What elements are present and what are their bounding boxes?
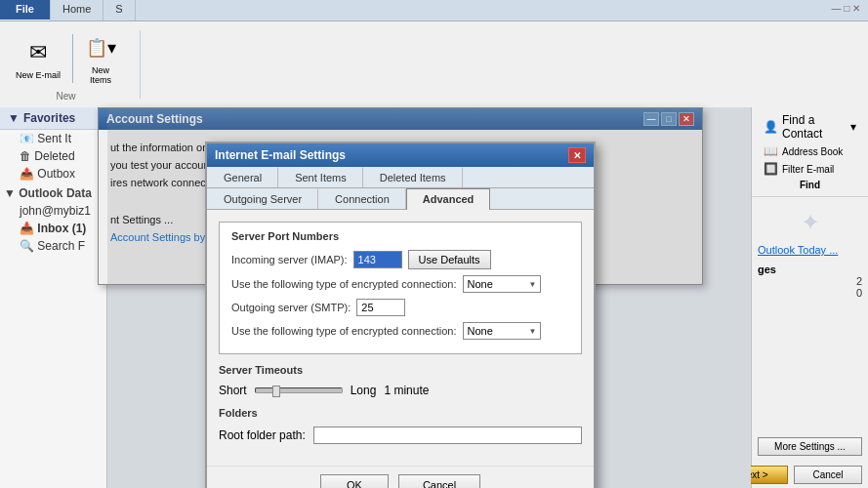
root-folder-label: Root folder path: (219, 428, 306, 442)
dialog-content: Server Port Numbers Incoming server (IMA… (207, 210, 594, 466)
encrypt-label-2: Use the following type of encrypted conn… (231, 325, 457, 337)
new-items-button[interactable]: 📋▾ New Items (77, 28, 124, 89)
slider-handle[interactable] (272, 386, 280, 397)
timeout-value: 1 minute (384, 384, 429, 397)
search-label: Search F (37, 239, 85, 253)
filter-icon: 🔲 (764, 162, 778, 176)
find-contact-section: 👤 Find a Contact ▾ 📖 Address Book 🔲 Filt… (752, 107, 868, 197)
encrypt-label-1: Use the following type of encrypted conn… (231, 278, 457, 290)
chevron-icon: ▼ (4, 186, 19, 200)
new-email-label: New E-mail (16, 70, 61, 80)
tab-s[interactable]: S (103, 0, 135, 20)
main-content: Account Settings — □ ✕ ut the informatio… (107, 107, 751, 488)
deleted-label: Deleted (34, 149, 74, 163)
sidebar-search[interactable]: 🔍 Search F (0, 237, 106, 255)
internet-email-dialog: Internet E-mail Settings ✕ General Sent … (205, 142, 596, 488)
internet-email-title: Internet E-mail Settings (215, 148, 346, 162)
root-folder-row: Root folder path: (219, 427, 582, 444)
timeout-row: Short Long 1 minute (219, 384, 582, 397)
incoming-server-row: Incoming server (IMAP): Use Defaults (231, 250, 569, 269)
filter-email-row[interactable]: 🔲 Filter E-mail (758, 160, 862, 178)
find-label: Find (758, 178, 862, 192)
new-group-label: New (57, 91, 76, 102)
sidebar-item-outbox[interactable]: 📤 Outbox (0, 165, 106, 183)
server-port-title: Server Port Numbers (231, 230, 569, 242)
internet-email-titlebar: Internet E-mail Settings ✕ (207, 143, 594, 167)
chevron-down-icon: ▾ (850, 120, 856, 134)
tab-sent-items[interactable]: Sent Items (278, 167, 363, 187)
server-port-section: Server Port Numbers Incoming server (IMA… (219, 222, 582, 354)
ribbon-content: ✉ New E-mail 📋▾ New Items New (0, 21, 868, 107)
use-defaults-button[interactable]: Use Defaults (408, 250, 491, 269)
right-panel: 👤 Find a Contact ▾ 📖 Address Book 🔲 Filt… (751, 107, 868, 488)
encrypt-select-wrapper-2: NoneSSLTLSAuto (463, 322, 541, 340)
favorites-section[interactable]: ▼ Favorites (0, 107, 106, 130)
server-timeouts-section: Server Timeouts Short Long 1 minute (219, 364, 582, 397)
incoming-server-input[interactable] (353, 251, 402, 268)
inbox-icon: 📥 (20, 222, 37, 235)
cancel-outer-button[interactable]: Cancel (794, 466, 862, 484)
ok-button[interactable]: OK (320, 474, 389, 488)
long-label: Long (351, 384, 377, 397)
root-folder-input[interactable] (313, 427, 582, 444)
find-contact-row: 👤 Find a Contact ▾ (758, 111, 862, 142)
server-timeouts-title: Server Timeouts (219, 364, 582, 376)
tab-connection[interactable]: Connection (318, 188, 406, 209)
changes-label: ges (758, 264, 862, 275)
tab-file[interactable]: File (0, 0, 51, 20)
new-items-label: New Items (90, 65, 111, 85)
outbox-icon: 📤 (20, 167, 37, 181)
search-icon: 🔍 (20, 239, 37, 253)
favorites-label: Favorites (23, 111, 75, 125)
folders-title: Folders (219, 407, 582, 419)
more-settings-section: More Settings ... (752, 431, 868, 462)
ribbon-new-group: ✉ New E-mail 📋▾ New Items New (8, 30, 141, 99)
outgoing-server-input[interactable] (356, 299, 405, 316)
outlook-window: File Home S — □ ✕ ✉ New E-mail 📋▾ New It… (0, 0, 868, 488)
count-row2: 0 (758, 287, 862, 299)
encrypt-select-2[interactable]: NoneSSLTLSAuto (463, 322, 541, 340)
encrypt-select-1[interactable]: NoneSSLTLSAuto (463, 275, 541, 293)
outlook-today-btn[interactable]: Outlook Today ... (758, 244, 862, 256)
sidebar-john[interactable]: john@mybiz1 (0, 202, 106, 220)
dialog-tab-bar: General Sent Items Deleted Items (207, 167, 594, 188)
encrypt-row-2: Use the following type of encrypted conn… (231, 322, 569, 340)
outlook-data-section: ▼ Outlook Data (0, 183, 106, 202)
outgoing-server-row: Outgoing server (SMTP): (231, 299, 569, 316)
sidebar: ▼ Favorites 📧 Sent It 🗑 Deleted 📤 Outbox… (0, 107, 107, 488)
encrypt-select-wrapper-1: NoneSSLTLSAuto (463, 275, 541, 293)
short-label: Short (219, 384, 247, 397)
filter-email-label: Filter E-mail (782, 164, 834, 175)
address-book-row[interactable]: 📖 Address Book (758, 142, 862, 160)
dialog-buttons: OK Cancel (207, 466, 594, 488)
tab-home[interactable]: Home (51, 0, 103, 20)
timeout-slider[interactable] (255, 387, 343, 393)
count-2: 2 (856, 275, 862, 287)
more-settings-button[interactable]: More Settings ... (758, 437, 862, 456)
tab-general[interactable]: General (207, 167, 278, 187)
outlook-data-label: Outlook Data (19, 186, 92, 200)
address-book-label: Address Book (782, 146, 843, 157)
find-contact-icon: 👤 (764, 120, 778, 134)
tab-advanced[interactable]: Advanced (406, 188, 491, 210)
sidebar-item-sent[interactable]: 📧 Sent It (0, 130, 106, 147)
count-row1: 2 (758, 275, 862, 287)
outgoing-server-label: Outgoing server (SMTP): (231, 302, 351, 313)
sidebar-inbox[interactable]: 📥 Inbox (1) (0, 220, 106, 237)
tab-deleted-items[interactable]: Deleted Items (363, 167, 463, 187)
count-0: 0 (856, 287, 862, 299)
dialog-cancel-button[interactable]: Cancel (398, 474, 480, 488)
sidebar-item-deleted[interactable]: 🗑 Deleted (0, 147, 106, 165)
dialog-close-button[interactable]: ✕ (568, 147, 586, 163)
incoming-server-label: Incoming server (IMAP): (231, 254, 348, 265)
dialog-tab-bar-2: Outgoing Server Connection Advanced (207, 188, 594, 210)
changes-section: ges 2 0 (752, 260, 868, 303)
folders-section: Folders Root folder path: (219, 407, 582, 444)
john-label: john@mybiz1 (20, 204, 91, 218)
new-items-icon: 📋▾ (85, 32, 116, 63)
tab-outgoing-server[interactable]: Outgoing Server (207, 188, 318, 209)
sent-label: Sent It (37, 132, 71, 145)
outbox-label: Outbox (37, 167, 75, 181)
new-email-button[interactable]: ✉ New E-mail (8, 33, 68, 84)
star-decoration: ✦ (758, 209, 862, 236)
